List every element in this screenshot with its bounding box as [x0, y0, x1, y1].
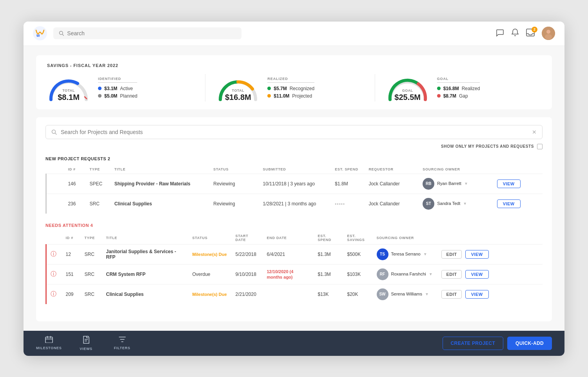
legend-label: Recognized [290, 86, 314, 91]
svg-point-6 [546, 30, 550, 34]
svg-point-7 [545, 34, 552, 40]
row-startdate: 9/10/2018 [232, 264, 263, 284]
svg-text:w: w [36, 33, 40, 38]
row-startdate: 5/22/2018 [232, 244, 263, 264]
row-type: SRC [81, 244, 102, 264]
identified-value-label: TOTAL $8.1M [58, 89, 80, 102]
identified-gauge: TOTAL $8.1M [47, 74, 90, 102]
logo[interactable]: w [33, 26, 47, 40]
row-startdate: 2/21/2020 [232, 284, 263, 304]
row-actions: EDIT VIEW [437, 264, 543, 284]
edit-button[interactable]: EDIT [441, 270, 462, 279]
col-header-estspend: EST. SPEND [314, 232, 343, 245]
col-header-estspend: EST. SPEND [331, 165, 365, 174]
realized-value-label: TOTAL $16.8M [225, 89, 251, 102]
realized-gauge: TOTAL $16.8M [216, 74, 260, 102]
milestones-action[interactable]: MILESTONES [36, 336, 62, 351]
col-header-status: STATUS [209, 165, 259, 174]
col-header-requestor: REQUESTOR [365, 165, 419, 174]
milestones-icon [45, 336, 53, 345]
col-header-title: TITLE [111, 165, 210, 174]
show-my-projects-checkbox[interactable] [537, 144, 543, 149]
identified-gauge-block: TOTAL $8.1M IDENTIFIED $3.1M Active [47, 74, 202, 102]
owner-avatar: SW [377, 288, 388, 300]
row-estspend: $1.8M [331, 174, 365, 194]
row-id: 146 [64, 174, 85, 194]
inbox-icon[interactable]: 2 [526, 29, 535, 38]
top-nav: w 2 [24, 22, 564, 46]
edit-button[interactable]: EDIT [441, 290, 462, 299]
row-title: CRM System RFP [102, 264, 189, 284]
chat-icon[interactable] [495, 28, 504, 39]
global-search-bar[interactable] [53, 27, 241, 39]
row-actions: VIEW [493, 194, 543, 214]
col-header-title: TITLE [102, 232, 189, 245]
project-search-input[interactable] [61, 129, 528, 135]
row-enddate: 6/4/2021 [263, 244, 314, 264]
owner-dropdown-arrow[interactable]: ▼ [464, 181, 468, 186]
filters-label: FILTERS [114, 346, 131, 350]
avatar[interactable] [542, 27, 555, 40]
project-search-bar[interactable]: ✕ [45, 125, 543, 139]
owner-dropdown-arrow[interactable]: ▼ [425, 292, 429, 296]
bottom-right-buttons: CREATE PROJECT QUICK-ADD [443, 337, 552, 350]
row-status: Milestone(s) Due [189, 284, 232, 304]
col-header-status: STATUS [189, 232, 232, 245]
legend-amount: $8.7M [443, 93, 456, 99]
owner-name: Sandra Tedt [437, 201, 460, 206]
filters-icon [119, 336, 126, 345]
view-button[interactable]: VIEW [465, 250, 489, 259]
legend-label: Realized [462, 86, 480, 91]
table-row: ⓘ 12 SRC Janitorial Supplies & Services … [46, 244, 543, 264]
row-owner: ST Sandra Tedt ▼ [419, 194, 493, 214]
filters-action[interactable]: FILTERS [111, 336, 134, 351]
row-submitted: 1/28/2021 | 3 months ago [259, 194, 331, 214]
row-requestor: Jock Callander [365, 174, 419, 194]
row-title: Shipping Provider - Raw Materials [111, 174, 210, 194]
owner-avatar: ST [423, 198, 434, 210]
owner-dropdown-arrow[interactable]: ▼ [429, 272, 433, 276]
edit-button[interactable]: EDIT [441, 250, 462, 259]
app-window: w 2 [24, 22, 564, 356]
row-id: 236 [64, 194, 85, 214]
legend-dot-gap [437, 94, 441, 98]
legend-dot-active [98, 87, 102, 90]
owner-dropdown-arrow[interactable]: ▼ [423, 252, 427, 256]
legend-item: $3.1M Active [98, 86, 137, 91]
row-status: Milestone(s) Due [189, 244, 232, 264]
legend-amount: $16.8M [443, 86, 459, 91]
views-action[interactable]: VIEWS [74, 336, 98, 351]
status-milestone: Milestone(s) Due [192, 292, 227, 297]
view-button[interactable]: VIEW [465, 290, 489, 299]
legend-label: Gap [459, 93, 468, 99]
view-button[interactable]: VIEW [497, 199, 521, 208]
search-icon [51, 129, 57, 135]
goal-value-label: GOAL $25.5M [394, 89, 421, 102]
create-project-button[interactable]: CREATE PROJECT [443, 337, 504, 350]
goal-gauge: GOAL $25.5M [386, 74, 429, 102]
col-header-enddate: END DATE [263, 232, 314, 245]
quick-add-button[interactable]: QUICK-ADD [507, 337, 552, 350]
end-date-red: 12/10/2020 (4 months ago) [267, 269, 294, 279]
row-type: SRC [81, 284, 102, 304]
svg-line-10 [55, 133, 57, 134]
search-input[interactable] [67, 30, 236, 36]
view-button[interactable]: VIEW [465, 270, 489, 279]
row-type: SRC [86, 194, 111, 214]
legend-item: $5.0M Planned [98, 93, 137, 99]
new-requests-table: ID # TYPE TITLE STATUS SUBMITTED EST. SP… [45, 165, 543, 214]
owner-dropdown-arrow[interactable]: ▼ [463, 201, 467, 206]
row-estspend: $13K [314, 284, 343, 304]
attention-icon: ⓘ [51, 270, 56, 277]
goal-column-label: GOAL [437, 77, 480, 83]
owner-name: Teresa Serrano [391, 252, 421, 257]
inbox-badge: 2 [532, 27, 537, 33]
clear-search-icon[interactable]: ✕ [532, 129, 537, 135]
row-enddate [263, 284, 314, 304]
milestones-label: MILESTONES [36, 346, 62, 350]
col-header-sourcingowner: SOURCING OWNER [419, 165, 493, 174]
view-button[interactable]: VIEW [497, 179, 521, 188]
legend-item: $8.7M Gap [437, 93, 480, 99]
col-header-actions [493, 165, 543, 174]
bell-icon[interactable] [511, 28, 519, 39]
